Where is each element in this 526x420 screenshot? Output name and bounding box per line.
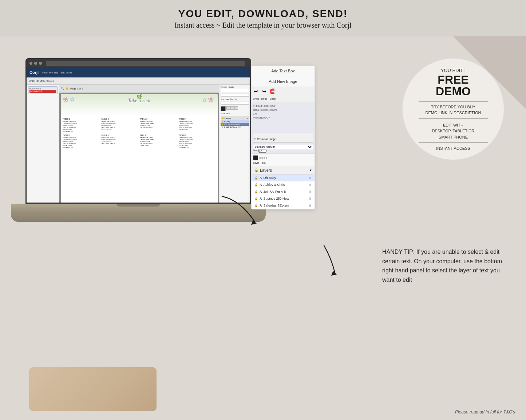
layer-1-delete-icon[interactable]: 🗑 (309, 176, 312, 180)
tables-grid: TABLE 1 SAMANTHA JONESCARRIE BRADSHAWJOH… (63, 118, 216, 149)
table-7-names: SAMANTHA JONESCARRIE BRADSHAWJOHN POTTER… (140, 137, 177, 147)
canvas-toolbar: 🔍 ✋ Page 1 of 1 (59, 85, 219, 93)
canvas-tool-zoom[interactable]: 🔍 (61, 87, 64, 90)
layer-3-delete-icon[interactable]: 🗑 (309, 190, 312, 193)
mp-toolbar: ↩ Undo ↪ Redo 🧲 Snap (252, 87, 315, 103)
rp-layer-2-selected[interactable]: 🔒 A PLEASEJOYNUS (221, 123, 249, 126)
mp-text-tools: ≡ ≡ ≡ ≡ Style Text (252, 154, 315, 166)
canvas-page-info: Page 1 of 1 (70, 87, 83, 90)
mobile-panel: Add Text Box Add New Image ↩ Undo ↪ Redo… (251, 65, 315, 209)
table-5-header: TABLE 5 (63, 134, 100, 136)
table-8: TABLE 8 SAMANTHA JONESCARRIE BRADSHAWJOH… (179, 134, 216, 149)
align-icons: ≡ ≡ ≡ ≡ (259, 157, 267, 159)
table-4-names: SAMANTHA JONESCARRIE BRADSHAWJOHN POTTER… (179, 120, 216, 131)
demo-try-label: TRY BEFORE YOU BUY DEMO LINK IN DESCRIPT… (426, 104, 481, 116)
layer-item-2[interactable]: 🔒 A Ashley & Chris 🗑 (252, 181, 315, 188)
undo-icon: ↩ (253, 88, 259, 95)
layer-2-lock-icon: 🔒 (254, 183, 258, 187)
corjl-top-bar: Corjl NoorayParty Templates (27, 67, 250, 77)
align-buttons (226, 106, 238, 111)
arrow-1 (218, 193, 262, 229)
table-1-header: TABLE 1 (63, 118, 100, 120)
corjl-toolbar: Order Id: 1509750194 (27, 77, 250, 85)
layer-5-delete-icon[interactable]: 🗑 (309, 204, 312, 207)
layer-5-name: Saturday SEptem (264, 204, 308, 207)
redo-button[interactable]: ↪ Redo (261, 88, 268, 101)
laptop-notch (116, 204, 160, 207)
mp-preview-area: PLEASE JOIN US F OR A BRIDAL BRUN CH IN … (252, 103, 315, 154)
layer-2-delete-icon[interactable]: 🗑 (309, 183, 312, 187)
demo-divider-1 (419, 101, 488, 102)
rp-section-style: Standard Regular (221, 98, 249, 105)
table-5: TABLE 5 SAMANTHA JONESCARRIE BRADSHAWJOH… (63, 134, 100, 149)
align-left[interactable] (226, 106, 230, 110)
table-2: TABLE 2 SAMANTHA JONESCARRIE BRADSHAWLIN… (101, 118, 138, 133)
rp-layers: 🔒 Layers▾ 🔒 A Emily 🔒 A PLEASEJOYNUS 🔒 A… (221, 116, 249, 129)
demo-edit-with-label: EDIT WITH DESKTOP, TABLET OR SMART PHONE (432, 122, 475, 140)
snap-label: Snap (270, 97, 276, 100)
layer-4-delete-icon[interactable]: 🗑 (309, 197, 312, 200)
layers-lock-icon: 🔒 (254, 168, 258, 172)
table-6-names: SAMANTHA JONESCARRIE BRADSHAWJOHN POTTER… (101, 137, 138, 145)
table-3-header: TABLE 3 (140, 118, 177, 120)
demo-you-edit-label: YOU EDIT ! (441, 68, 466, 73)
text-color-picker[interactable] (253, 155, 258, 160)
demo-instant-label: INSTANT ACCESS (436, 146, 470, 151)
rp-layer-1[interactable]: 🔒 A Emily (221, 120, 249, 123)
rp-section-resize: Resize Image (221, 86, 249, 97)
layer-2-type: A (260, 183, 262, 187)
resize-label: ☐ Resize as Image (254, 138, 276, 140)
undo-button[interactable]: ↩ Undo (253, 88, 259, 101)
add-new-image-button[interactable]: Add New Image (252, 76, 315, 87)
color-row: ≡ ≡ ≡ ≡ (253, 155, 313, 160)
rp-style-label: Standard Regular (221, 98, 249, 100)
layers-title: 🔒 Layers (254, 168, 272, 172)
align-right[interactable] (234, 106, 238, 110)
arrow-2 (306, 244, 342, 280)
rp-input-1[interactable] (221, 89, 249, 92)
handy-tip: HANDY TIP: If you are unable to select &… (382, 247, 506, 284)
browser-dot-red (29, 62, 32, 65)
add-text-box-button[interactable]: Add Text Box (252, 66, 315, 76)
main-area: Corjl NoorayParty Templates Order Id: 15… (0, 36, 526, 420)
svg-marker-1 (331, 271, 337, 276)
style-text-label: Style Text (221, 112, 249, 115)
browser-dot-green (39, 62, 42, 65)
table-3: TABLE 3 SAMANTHA JONESCARRIE BRADSHAWJOH… (140, 118, 177, 133)
color-picker[interactable] (221, 106, 226, 111)
mp-layers-header: 🔒 Layers ▾ (252, 166, 315, 175)
snap-button[interactable]: 🧲 Snap (269, 88, 276, 101)
footer-terms: Please read ad in full for T&C's (455, 409, 515, 415)
demo-divider-2 (419, 118, 488, 119)
demo-divider-3 (419, 142, 488, 143)
top-banner: YOU EDIT, DOWNLOAD, SEND! Instant access… (0, 0, 526, 36)
table-5-names: SAMANTHA JONESCARRIE BRADSHAWJOHN POTTER… (63, 137, 100, 149)
browser-url-bar (46, 61, 245, 66)
screen-content: Corjl NoorayParty Templates Order Id: 15… (27, 67, 250, 204)
layer-3-name: Join Us For A B (264, 190, 308, 193)
nav-item-1[interactable]: NoorayParty Templates (42, 71, 72, 74)
corjl-nav: NoorayParty Templates (42, 71, 72, 74)
canvas-tool-move[interactable]: ✋ (66, 87, 69, 90)
rp-input-3[interactable] (221, 101, 249, 105)
seating-title-area: Take a seat (128, 98, 150, 104)
incomplete-badge: INCOMPLETE (29, 90, 56, 93)
style-text-label[interactable]: Style Text (253, 161, 313, 164)
resize-image-checkbox[interactable]: ☐ Resize as Image (253, 134, 313, 143)
table-6: TABLE 6 SAMANTHA JONESCARRIE BRADSHAWJOH… (101, 134, 138, 149)
rp-resize-label: Resize Image (221, 86, 249, 88)
demo-circle: YOU EDIT ! FREE DEMO TRY BEFORE YOU BUY … (402, 58, 504, 160)
rp-layer-3[interactable]: 🔒 A SATURDAY ALTUS (221, 126, 249, 129)
order-box: HOLD ROW 1 INCOMPLETE (28, 86, 58, 94)
table-2-header: TABLE 2 (101, 118, 138, 120)
rp-layers-header: 🔒 Layers▾ (221, 116, 249, 120)
table-7: TABLE 7 SAMANTHA JONESCARRIE BRADSHAWJOH… (140, 134, 177, 149)
table-8-names: SAMANTHA JONESCARRIE BRADSHAWJOHN POTTER… (179, 137, 216, 149)
size-input[interactable] (258, 149, 266, 153)
align-center[interactable] (230, 106, 234, 110)
browser-dot-yellow (34, 62, 37, 65)
layer-item-1[interactable]: 🔒 A Oh Baby 🗑 (252, 175, 315, 181)
font-select[interactable]: Standard Regular (253, 145, 313, 149)
undo-label: Undo (253, 97, 259, 100)
rp-input-2[interactable] (221, 93, 249, 97)
